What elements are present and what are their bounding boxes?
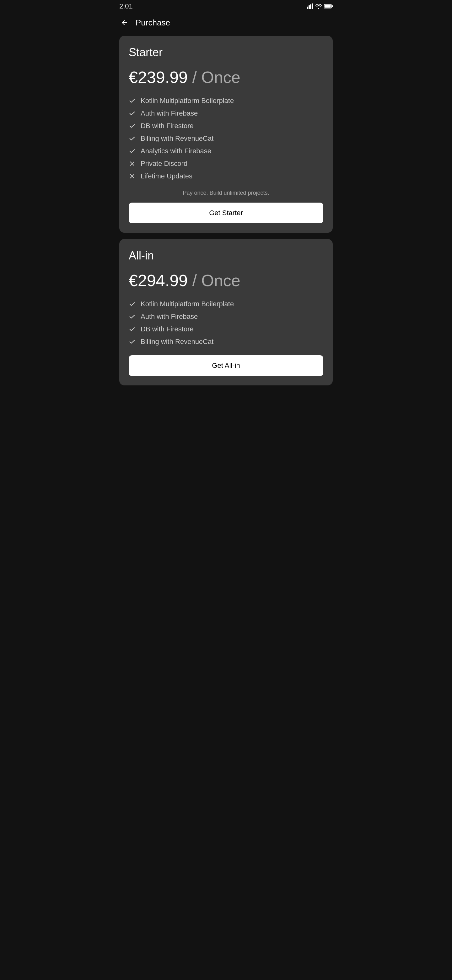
list-item: DB with Firestore bbox=[129, 122, 323, 130]
list-item: Billing with RevenueCat bbox=[129, 338, 323, 346]
svg-rect-5 bbox=[332, 5, 333, 7]
cta-button-starter[interactable]: Get Starter bbox=[129, 203, 323, 223]
x-icon bbox=[129, 160, 136, 167]
feature-label: Auth with Firebase bbox=[141, 109, 198, 118]
content-area: Starter€239.99 / Once Kotlin Multiplatfo… bbox=[113, 33, 339, 398]
plan-price-all-in: €294.99 / Once bbox=[129, 271, 323, 290]
check-icon bbox=[129, 135, 136, 142]
svg-rect-6 bbox=[325, 5, 331, 8]
feature-label: Billing with RevenueCat bbox=[141, 134, 213, 143]
feature-label: Kotlin Multiplatform Boilerplate bbox=[141, 97, 234, 105]
feature-label: Private Discord bbox=[141, 159, 187, 168]
check-icon bbox=[129, 301, 136, 307]
feature-label: Lifetime Updates bbox=[141, 172, 192, 180]
list-item: Lifetime Updates bbox=[129, 172, 323, 180]
page-title: Purchase bbox=[136, 18, 170, 28]
feature-list-all-in: Kotlin Multiplatform Boilerplate Auth wi… bbox=[129, 300, 323, 346]
plan-card-starter: Starter€239.99 / Once Kotlin Multiplatfo… bbox=[119, 36, 333, 233]
price-amount: €294.99 bbox=[129, 271, 188, 290]
price-amount: €239.99 bbox=[129, 68, 188, 86]
check-icon bbox=[129, 313, 136, 320]
feature-list-starter: Kotlin Multiplatform Boilerplate Auth wi… bbox=[129, 97, 323, 180]
svg-rect-2 bbox=[310, 5, 311, 9]
svg-rect-0 bbox=[307, 6, 308, 9]
svg-rect-1 bbox=[309, 5, 310, 9]
back-button[interactable] bbox=[118, 16, 130, 29]
toolbar: Purchase bbox=[113, 13, 339, 33]
battery-icon bbox=[324, 4, 333, 9]
status-icons bbox=[307, 3, 333, 9]
list-item: Kotlin Multiplatform Boilerplate bbox=[129, 97, 323, 105]
status-bar: 2:01 bbox=[113, 0, 339, 13]
feature-label: Analytics with Firebase bbox=[141, 147, 211, 155]
check-icon bbox=[129, 97, 136, 104]
feature-label: DB with Firestore bbox=[141, 325, 193, 333]
feature-label: Billing with RevenueCat bbox=[141, 338, 213, 346]
price-period: Once bbox=[201, 68, 240, 86]
wifi-icon bbox=[315, 3, 322, 9]
back-arrow-icon bbox=[121, 19, 128, 26]
list-item: Auth with Firebase bbox=[129, 313, 323, 321]
list-item: Private Discord bbox=[129, 159, 323, 168]
check-icon bbox=[129, 338, 136, 345]
plan-note-starter: Pay once. Build unlimited projects. bbox=[129, 190, 323, 196]
svg-rect-3 bbox=[312, 3, 313, 9]
check-icon bbox=[129, 326, 136, 332]
plan-name-starter: Starter bbox=[129, 46, 323, 59]
signal-icon bbox=[307, 3, 313, 9]
list-item: Billing with RevenueCat bbox=[129, 134, 323, 143]
price-period: Once bbox=[201, 271, 240, 290]
plan-price-starter: €239.99 / Once bbox=[129, 68, 323, 87]
check-icon bbox=[129, 148, 136, 154]
list-item: DB with Firestore bbox=[129, 325, 323, 333]
plan-card-all-in: All-in€294.99 / Once Kotlin Multiplatfor… bbox=[119, 239, 333, 385]
plan-name-all-in: All-in bbox=[129, 249, 323, 262]
list-item: Kotlin Multiplatform Boilerplate bbox=[129, 300, 323, 308]
status-time: 2:01 bbox=[119, 2, 133, 10]
list-item: Analytics with Firebase bbox=[129, 147, 323, 155]
x-icon bbox=[129, 173, 136, 180]
cta-button-all-in[interactable]: Get All-in bbox=[129, 355, 323, 376]
feature-label: Kotlin Multiplatform Boilerplate bbox=[141, 300, 234, 308]
feature-label: Auth with Firebase bbox=[141, 313, 198, 321]
list-item: Auth with Firebase bbox=[129, 109, 323, 118]
check-icon bbox=[129, 110, 136, 117]
feature-label: DB with Firestore bbox=[141, 122, 193, 130]
check-icon bbox=[129, 123, 136, 129]
